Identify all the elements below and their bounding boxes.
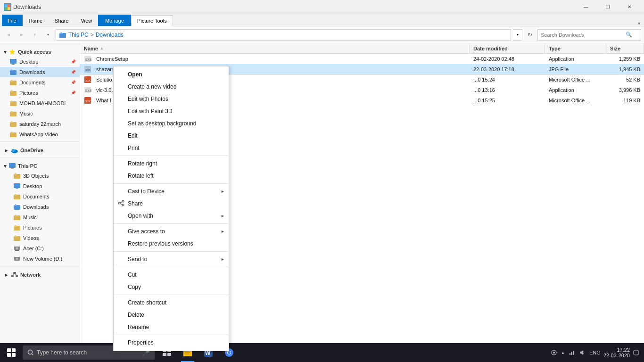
path-this-pc[interactable]: This PC <box>68 32 89 38</box>
ctx-send-to[interactable]: Send to ► <box>114 253 229 265</box>
pictures-folder-icon <box>9 89 17 97</box>
network-chevron: ► <box>4 272 9 278</box>
network-header[interactable]: ► Network <box>0 268 80 280</box>
sidebar-item-new-volume-d[interactable]: New Volume (D:) <box>0 254 80 264</box>
file-row-chrome[interactable]: EXE ChromeSetup 24-02-2020 02:48 Applica… <box>80 54 644 64</box>
up-button[interactable]: ↑ <box>29 29 41 41</box>
minimize-button[interactable]: — <box>575 0 597 14</box>
search-input[interactable] <box>541 32 626 38</box>
close-button[interactable]: ✕ <box>619 0 640 14</box>
tab-home[interactable]: Home <box>23 15 49 26</box>
address-dropdown[interactable]: ▾ <box>513 29 522 41</box>
ribbon-expand[interactable]: ▾ <box>638 21 640 26</box>
ctx-set-desktop[interactable]: Set as desktop background <box>114 117 229 130</box>
address-path[interactable]: This PC > Downloads <box>56 29 511 41</box>
ctx-delete[interactable]: Delete <box>114 309 229 321</box>
col-header-size[interactable]: Size <box>606 43 644 53</box>
forward-button[interactable]: ► <box>16 29 27 41</box>
sidebar-item-pictures-pc[interactable]: Pictures <box>0 222 80 233</box>
ctx-give-access-arrow: ► <box>221 229 225 234</box>
notification-button[interactable] <box>633 349 639 356</box>
sidebar-item-documents[interactable]: Documents 📌 <box>0 77 80 88</box>
sidebar-item-saturday[interactable]: saturday 22march <box>0 119 80 129</box>
ctx-share-label: Share <box>128 200 143 207</box>
svg-point-90 <box>228 351 231 354</box>
ctx-share[interactable]: Share <box>114 197 229 210</box>
back-button[interactable]: ◄ <box>3 29 14 41</box>
sidebar-item-videos-pc[interactable]: Videos <box>0 233 80 243</box>
sidebar-item-music-pc[interactable]: Music <box>0 212 80 222</box>
tray-icon-settings[interactable] <box>551 349 557 356</box>
sidebar-item-mohd[interactable]: MOHD.MAHMOODI <box>0 98 80 108</box>
this-pc-header[interactable]: ▾ This PC <box>0 159 80 171</box>
col-header-date[interactable]: Date modified <box>470 43 545 53</box>
sidebar-item-downloads-pc[interactable]: Downloads <box>0 202 80 212</box>
sidebar-item-3d-objects[interactable]: 3D Objects <box>0 171 80 181</box>
ctx-restore-versions[interactable]: Restore previous versions <box>114 238 229 250</box>
svg-rect-7 <box>10 59 17 64</box>
ctx-restore-versions-label: Restore previous versions <box>128 240 193 247</box>
tab-manage[interactable]: Manage <box>98 15 131 26</box>
sidebar-item-acer-c[interactable]: Acer (C:) <box>0 243 80 254</box>
file-type-shazam: JPG File <box>545 64 606 74</box>
col-header-type[interactable]: Type <box>545 43 606 53</box>
ctx-cut[interactable]: Cut <box>114 269 229 281</box>
sidebar-item-desktop[interactable]: Desktop 📌 <box>0 57 80 67</box>
ctx-copy[interactable]: Copy <box>114 281 229 293</box>
ctx-open[interactable]: Open <box>114 68 229 81</box>
onedrive-header[interactable]: ► OneDrive <box>0 144 80 155</box>
quick-access-header[interactable]: ▾ Quick access <box>0 45 80 57</box>
sidebar-item-whatsapp[interactable]: WhatsApp Video <box>0 129 80 140</box>
sidebar-item-downloads-label: Downloads <box>19 69 45 75</box>
svg-rect-9 <box>11 65 15 65</box>
svg-rect-31 <box>14 183 20 188</box>
taskbar-clock[interactable]: 17:22 22-03-2020 <box>603 347 630 358</box>
svg-rect-3 <box>8 7 10 10</box>
desktop-pc-icon <box>13 182 21 190</box>
path-downloads[interactable]: Downloads <box>96 32 124 38</box>
ctx-rotate-right[interactable]: Rotate right <box>114 157 229 170</box>
pin-icon-dl: 📌 <box>71 70 76 74</box>
ctx-properties[interactable]: Properties <box>114 337 229 349</box>
sidebar-item-music[interactable]: Music <box>0 108 80 119</box>
sidebar-item-documents-pc[interactable]: Documents <box>0 191 80 202</box>
pin-icon-doc: 📌 <box>71 80 76 85</box>
ctx-open-with-label: Open with <box>128 213 153 219</box>
ctx-edit[interactable]: Edit <box>114 130 229 142</box>
expand-tray-arrow[interactable]: ▲ <box>561 351 565 355</box>
volume-tray-icon[interactable] <box>579 349 586 356</box>
maximize-button[interactable]: ❐ <box>597 0 619 14</box>
ctx-create-video[interactable]: Create a new video <box>114 81 229 93</box>
ctx-cast[interactable]: Cast to Device ► <box>114 185 229 197</box>
ctx-rename[interactable]: Rename <box>114 321 229 333</box>
eng-label[interactable]: ENG <box>589 350 601 355</box>
svg-line-67 <box>120 202 123 203</box>
ctx-rotate-left-label: Rotate left <box>128 173 154 179</box>
sidebar-item-downloads[interactable]: Downloads 📌 <box>0 67 80 77</box>
sidebar-item-documents-label: Documents <box>19 80 46 85</box>
onedrive-chevron: ► <box>4 148 9 153</box>
sidebar-item-desktop-pc[interactable]: Desktop <box>0 181 80 191</box>
tab-share[interactable]: Share <box>49 15 74 26</box>
ctx-print[interactable]: Print <box>114 142 229 154</box>
ctx-give-access[interactable]: Give access to ► <box>114 225 229 238</box>
ctx-edit-photos[interactable]: Edit with Photos <box>114 93 229 105</box>
search-box[interactable]: 🔍 <box>537 29 641 41</box>
ctx-create-shortcut[interactable]: Create shortcut <box>114 296 229 309</box>
tab-picture-tools[interactable]: Picture Tools <box>131 15 173 26</box>
tab-file[interactable]: File <box>2 15 23 26</box>
start-button[interactable] <box>0 343 23 362</box>
ctx-rotate-left[interactable]: Rotate left <box>114 170 229 182</box>
svg-point-46 <box>16 247 18 250</box>
sidebar-separator-3 <box>0 266 80 266</box>
recent-locations-button[interactable]: ▾ <box>42 29 54 41</box>
ctx-edit-paint3d[interactable]: Edit with Paint 3D <box>114 105 229 117</box>
sidebar-item-pictures[interactable]: Pictures 📌 <box>0 88 80 98</box>
refresh-button[interactable]: ↻ <box>524 29 536 41</box>
col-header-name[interactable]: Name ▲ <box>80 43 470 53</box>
network-tray-icon[interactable] <box>569 349 575 356</box>
svg-rect-98 <box>634 350 638 355</box>
ctx-open-with[interactable]: Open with ► <box>114 210 229 222</box>
quick-access-icon <box>8 48 16 56</box>
tab-view[interactable]: View <box>74 15 98 26</box>
